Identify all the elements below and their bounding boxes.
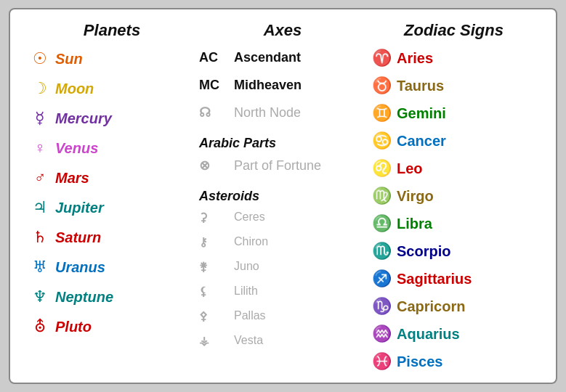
planet-row: ⛢ Pluto: [25, 314, 199, 340]
zodiac-symbol: ♒: [366, 324, 397, 343]
asteroid-label: Lilith: [234, 285, 258, 298]
planet-label: Sun: [55, 51, 83, 68]
zodiac-column: Zodiac Signs ♈ Aries ♉ Taurus ♊ Gemini ♋…: [366, 21, 541, 371]
asteroid-symbol: ⚳: [199, 211, 234, 224]
zodiac-label: Aries: [397, 50, 433, 67]
zodiac-label: Leo: [397, 160, 423, 177]
planet-label: Mercury: [55, 110, 112, 127]
planet-label: Neptune: [55, 289, 113, 306]
zodiac-row: ♐ Sagittarius: [366, 266, 541, 291]
asteroid-symbol: ⚸: [199, 285, 234, 298]
asteroid-label: Juno: [234, 260, 259, 273]
planet-symbol: ⛢: [25, 317, 55, 336]
axes-symbol: AC: [199, 50, 234, 65]
zodiac-symbol: ♑: [366, 297, 397, 316]
zodiac-label: Pisces: [397, 354, 442, 370]
zodiac-row: ♈ Aries: [366, 46, 541, 70]
planet-row: ♅ Uranus: [25, 254, 199, 280]
arabic-label: Part of Fortune: [234, 158, 321, 173]
zodiac-header: Zodiac Signs: [366, 21, 541, 40]
zodiac-label: Gemini: [397, 105, 446, 122]
planet-row: ♄ Saturn: [25, 224, 199, 250]
asteroid-label: Vesta: [234, 334, 263, 347]
zodiac-row: ♋ Cancer: [366, 128, 541, 153]
zodiac-row: ♓ Pisces: [366, 349, 541, 374]
main-card: Planets ☉ Sun ☽ Moon ☿ Mercury ♀ Venus ♂…: [9, 8, 557, 384]
zodiac-symbol: ♍: [366, 187, 397, 205]
asteroid-row: ⚷ Chiron: [199, 232, 366, 252]
planet-symbol: ☿: [25, 109, 55, 128]
zodiac-symbol: ♏: [366, 242, 397, 261]
asteroid-row: ⚶ Vesta: [199, 330, 366, 351]
planet-symbol: ♅: [25, 258, 55, 277]
zodiac-row: ♒ Aquarius: [366, 322, 541, 346]
axes-column: Axes AC Ascendant MC Midheaven ☊ North N…: [199, 21, 366, 371]
planet-row: ☉ Sun: [25, 46, 199, 72]
planet-symbol: ☉: [25, 49, 55, 68]
zodiac-label: Scorpio: [397, 243, 450, 260]
asteroid-label: Ceres: [234, 211, 265, 224]
axes-row: AC Ascendant: [199, 46, 366, 69]
planet-label: Mars: [55, 170, 89, 187]
zodiac-symbol: ♊: [366, 104, 397, 123]
asteroids-header: Asteroids: [199, 189, 366, 204]
zodiac-label: Cancer: [397, 133, 446, 150]
planets-header: Planets: [25, 21, 199, 40]
zodiac-symbol: ♐: [366, 269, 397, 288]
axes-label: North Node: [234, 105, 301, 121]
axes-label: Ascendant: [234, 50, 301, 65]
zodiac-symbol: ♌: [366, 159, 397, 178]
planet-symbol: ♀: [25, 139, 55, 158]
zodiac-row: ♎ Libra: [366, 211, 541, 236]
zodiac-row: ♊ Gemini: [366, 101, 541, 126]
asteroid-symbol: ⚷: [199, 235, 234, 249]
asteroid-row: ⚸ Lilith: [199, 281, 366, 301]
asteroid-symbol: ⚶: [199, 334, 234, 348]
planet-symbol: ♃: [25, 198, 55, 217]
asteroid-symbol: ⚵: [199, 260, 234, 274]
zodiac-label: Virgo: [397, 188, 434, 205]
asteroid-label: Chiron: [234, 235, 268, 248]
planet-row: ☿ Mercury: [25, 105, 199, 131]
zodiac-label: Aquarius: [397, 326, 460, 343]
arabic-row: ⊗ Part of Fortune: [199, 154, 366, 177]
asteroid-label: Pallas: [234, 309, 266, 322]
axes-label: Midheaven: [234, 78, 302, 93]
planet-symbol: ♆: [25, 287, 55, 306]
planet-row: ♂ Mars: [25, 165, 199, 191]
planet-label: Saturn: [55, 229, 101, 246]
zodiac-symbol: ♎: [366, 214, 397, 233]
planet-symbol: ♂: [25, 168, 55, 187]
planet-symbol: ☽: [25, 79, 55, 98]
axes-header: Axes: [199, 21, 366, 40]
asteroid-row: ⚵ Juno: [199, 256, 366, 277]
zodiac-row: ♏ Scorpio: [366, 239, 541, 264]
zodiac-row: ♍ Virgo: [366, 184, 541, 208]
zodiac-row: ♑ Capricorn: [366, 294, 541, 319]
planet-row: ♃ Jupiter: [25, 195, 199, 221]
zodiac-symbol: ♓: [366, 352, 397, 371]
asteroid-symbol: ⚴: [199, 309, 234, 323]
planet-row: ☽ Moon: [25, 75, 199, 102]
asteroid-row: ⚳ Ceres: [199, 207, 366, 227]
planet-label: Jupiter: [55, 200, 104, 216]
zodiac-label: Sagittarius: [397, 271, 472, 287]
zodiac-row: ♉ Taurus: [366, 73, 541, 98]
arabic-symbol: ⊗: [199, 158, 234, 173]
zodiac-label: Capricorn: [397, 298, 465, 315]
zodiac-row: ♌ Leo: [366, 156, 541, 181]
planet-label: Uranus: [55, 259, 105, 276]
planet-row: ♀ Venus: [25, 135, 199, 161]
asteroid-row: ⚴ Pallas: [199, 306, 366, 326]
axes-symbol: ☊: [199, 105, 234, 121]
planet-row: ♆ Neptune: [25, 284, 199, 310]
zodiac-label: Libra: [397, 216, 432, 232]
planet-label: Moon: [55, 81, 94, 97]
arabic-parts-header: Arabic Parts: [199, 136, 366, 151]
zodiac-label: Taurus: [397, 78, 444, 94]
planets-column: Planets ☉ Sun ☽ Moon ☿ Mercury ♀ Venus ♂…: [25, 21, 199, 371]
zodiac-symbol: ♉: [366, 76, 397, 95]
planet-label: Venus: [55, 140, 98, 157]
axes-symbol: MC: [199, 78, 234, 93]
planet-symbol: ♄: [25, 228, 55, 247]
